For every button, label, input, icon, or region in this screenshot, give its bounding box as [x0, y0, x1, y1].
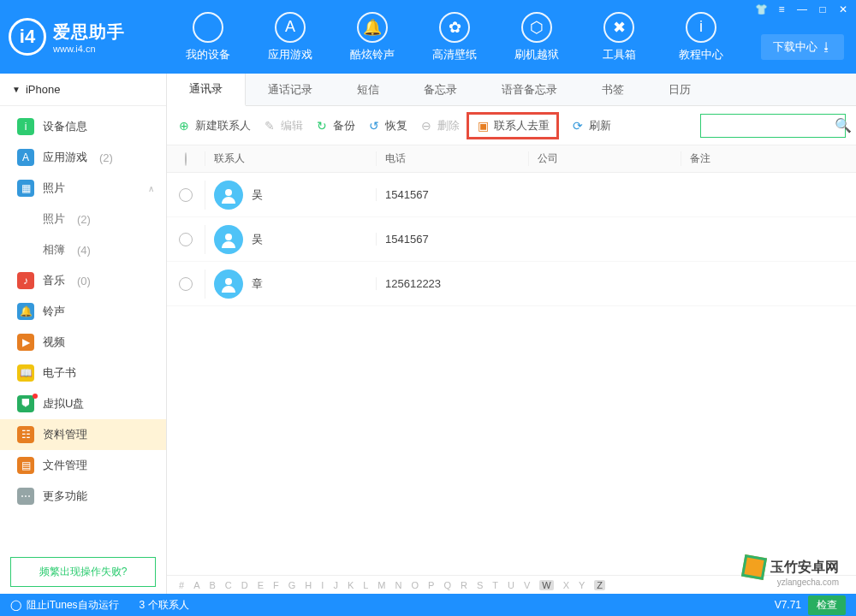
topnav-2[interactable]: 🔔酷炫铃声 [331, 12, 413, 62]
topnav-1[interactable]: A应用游戏 [249, 12, 331, 62]
sidebar-item-12[interactable]: ⋯更多功能 [0, 481, 166, 512]
sidebar-icon: i [17, 118, 34, 135]
row-checkbox[interactable] [179, 233, 193, 246]
sidebar-item-7[interactable]: ▶视频 [0, 327, 166, 358]
tab-bar: 通讯录通话记录短信备忘录语音备忘录书签日历 [167, 74, 856, 106]
topnav-3[interactable]: ✿高清壁纸 [413, 12, 496, 62]
alpha-W[interactable]: W [539, 580, 553, 590]
new-contact-button[interactable]: ⊕新建联系人 [177, 118, 251, 133]
restore-button[interactable]: ↺恢复 [367, 118, 407, 133]
check-button[interactable]: 检查 [808, 595, 846, 615]
close-icon[interactable]: ✕ [835, 3, 851, 15]
topnav-0[interactable]: 我的设备 [167, 12, 249, 62]
table-row[interactable]: 吴1541567 [167, 173, 856, 217]
select-all-checkbox[interactable] [185, 152, 187, 166]
topnav-5[interactable]: ✖工具箱 [578, 12, 660, 62]
contact-rows: 吴1541567吴1541567章125612223 [167, 173, 856, 575]
sidebar-list: i设备信息A应用游戏(2)▦照片∧照片(2)相簿(4)♪音乐(0)🔔铃声▶视频📖… [0, 106, 166, 550]
sidebar-item-6[interactable]: 🔔铃声 [0, 296, 166, 327]
alpha-V[interactable]: V [524, 580, 530, 590]
dedup-button[interactable]: ▣联系人去重 [476, 118, 550, 133]
alpha-N[interactable]: N [395, 580, 402, 590]
alpha-J[interactable]: J [333, 580, 338, 590]
chevron-down-icon: ▼ [12, 85, 21, 94]
alpha-M[interactable]: M [377, 580, 385, 590]
alpha-Z[interactable]: Z [594, 580, 605, 590]
table-row[interactable]: 吴1541567 [167, 217, 856, 262]
sidebar-icon: ▦ [17, 180, 34, 197]
sidebar-item-1[interactable]: A应用游戏(2) [0, 142, 166, 173]
brand-url: www.i4.cn [53, 44, 125, 54]
alpha-S[interactable]: S [477, 580, 483, 590]
sidebar-item-5[interactable]: ♪音乐(0) [0, 265, 166, 296]
sidebar-item-0[interactable]: i设备信息 [0, 111, 166, 142]
topnav-icon: ✿ [439, 12, 470, 43]
alpha-E[interactable]: E [258, 580, 264, 590]
maximize-icon[interactable]: □ [815, 3, 830, 15]
backup-icon: ↻ [315, 119, 329, 133]
alpha-K[interactable]: K [348, 580, 354, 590]
sidebar-item-3[interactable]: 照片(2) [0, 204, 166, 234]
alpha-U[interactable]: U [508, 580, 514, 590]
topnav-4[interactable]: ⬡刷机越狱 [496, 12, 578, 62]
itunes-toggle[interactable]: ◯阻止iTunes自动运行 [10, 598, 119, 613]
toolbar: ⊕新建联系人 ✎编辑 ↻备份 ↺恢复 ⊖删除 ▣联系人去重 ⟳刷新 🔍 [167, 106, 856, 145]
help-link[interactable]: 频繁出现操作失败? [10, 557, 156, 587]
sidebar-item-4[interactable]: 相簿(4) [0, 234, 166, 265]
alpha-R[interactable]: R [461, 580, 467, 590]
topnav-icon: A [275, 12, 306, 43]
col-name[interactable]: 联系人 [205, 151, 376, 166]
alpha-Q[interactable]: Q [443, 580, 451, 590]
alpha-T[interactable]: T [492, 580, 498, 590]
backup-button[interactable]: ↻备份 [315, 118, 355, 133]
tab-1[interactable]: 通话记录 [246, 74, 335, 105]
refresh-button[interactable]: ⟳刷新 [571, 118, 611, 133]
edit-button[interactable]: ✎编辑 [263, 118, 303, 133]
tab-4[interactable]: 语音备忘录 [479, 74, 580, 105]
menu-icon[interactable]: ≡ [774, 3, 789, 15]
alpha-C[interactable]: C [225, 580, 232, 590]
tab-3[interactable]: 备忘录 [401, 74, 479, 105]
device-name: iPhone [26, 83, 60, 96]
sidebar-item-10[interactable]: ☷资料管理 [0, 419, 166, 450]
search-box[interactable]: 🔍 [700, 114, 846, 138]
status-bar: ◯阻止iTunes自动运行 3 个联系人 V7.71 检查 [0, 594, 856, 616]
search-input[interactable] [706, 120, 835, 132]
tab-2[interactable]: 短信 [335, 74, 401, 105]
topnav-icon: i [686, 12, 716, 43]
table-row[interactable]: 章125612223 [167, 262, 856, 306]
sidebar-item-2[interactable]: ▦照片∧ [0, 173, 166, 204]
tab-6[interactable]: 日历 [646, 74, 713, 105]
tab-5[interactable]: 书签 [580, 74, 646, 105]
alpha-G[interactable]: G [288, 580, 296, 590]
alpha-F[interactable]: F [273, 580, 279, 590]
delete-button[interactable]: ⊖删除 [419, 118, 460, 133]
topnav-6[interactable]: i教程中心 [660, 12, 742, 62]
col-note[interactable]: 备注 [681, 151, 856, 166]
col-company[interactable]: 公司 [528, 151, 681, 166]
alpha-O[interactable]: O [411, 580, 419, 590]
row-checkbox[interactable] [179, 277, 193, 291]
row-checkbox[interactable] [179, 188, 193, 202]
alpha-I[interactable]: I [321, 580, 324, 590]
alpha-Y[interactable]: Y [579, 580, 585, 590]
alpha-H[interactable]: H [305, 580, 312, 590]
alpha-A[interactable]: A [193, 580, 199, 590]
sidebar-item-8[interactable]: 📖电子书 [0, 358, 166, 388]
sidebar-item-9[interactable]: ⛊虚拟U盘 [0, 388, 166, 419]
alpha-B[interactable]: B [209, 580, 215, 590]
alpha-D[interactable]: D [241, 580, 248, 590]
tab-0[interactable]: 通讯录 [167, 74, 246, 106]
download-center-button[interactable]: 下载中心 ⭳ [761, 34, 844, 60]
alpha-L[interactable]: L [363, 580, 368, 590]
sidebar-item-11[interactable]: ▤文件管理 [0, 450, 166, 481]
col-phone[interactable]: 电话 [376, 151, 528, 166]
search-icon[interactable]: 🔍 [835, 117, 852, 133]
device-header[interactable]: ▼ iPhone [0, 74, 166, 106]
alpha-P[interactable]: P [428, 580, 434, 590]
alpha-#[interactable]: # [179, 580, 184, 590]
skin-icon[interactable]: 👕 [753, 3, 769, 15]
minimize-icon[interactable]: — [794, 3, 810, 15]
alpha-X[interactable]: X [563, 580, 569, 590]
restore-icon: ↺ [367, 119, 381, 133]
